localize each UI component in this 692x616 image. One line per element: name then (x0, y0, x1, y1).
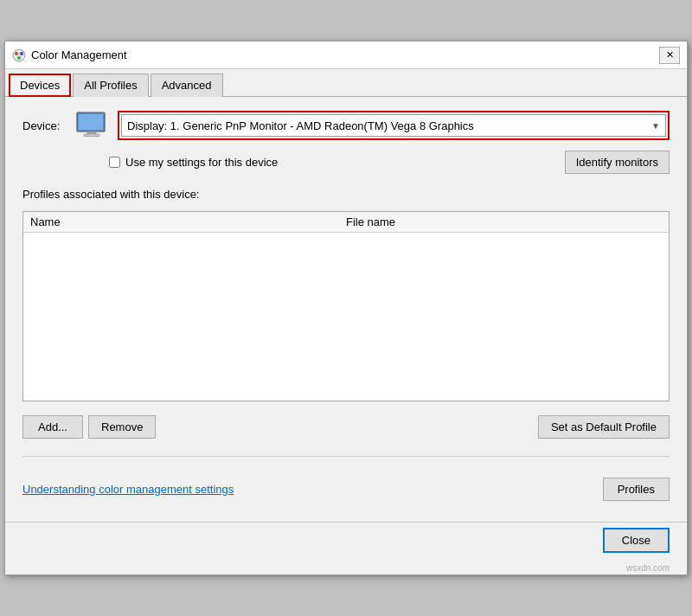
watermark: wsxdn.com (5, 561, 687, 574)
svg-rect-5 (79, 114, 103, 130)
main-window: Color Management ✕ Devices All Profiles … (4, 41, 688, 575)
footer-row: Understanding color management settings … (22, 474, 670, 508)
profiles-table: Name File name (22, 211, 670, 401)
close-window-button[interactable]: ✕ (659, 47, 680, 64)
dropdown-arrow-icon: ▼ (651, 121, 660, 131)
device-label: Device: (22, 119, 66, 132)
device-row: Device: Display: 1. Generic PnP Monitor … (22, 111, 670, 140)
tab-content: Device: Display: 1. Generic PnP Monitor … (5, 97, 687, 522)
svg-point-3 (17, 56, 21, 60)
profiles-associated-label: Profiles associated with this device: (22, 188, 670, 201)
identify-monitors-button[interactable]: Identify monitors (565, 151, 670, 174)
remove-button[interactable]: Remove (88, 415, 156, 439)
add-button[interactable]: Add... (22, 415, 83, 439)
monitor-icon (74, 112, 109, 139)
tab-advanced[interactable]: Advanced (151, 74, 223, 97)
table-header: Name File name (23, 212, 669, 233)
checkbox-left: Use my settings for this device (109, 156, 278, 169)
understanding-link[interactable]: Understanding color management settings (22, 483, 234, 496)
set-default-button[interactable]: Set as Default Profile (538, 415, 670, 439)
svg-rect-6 (87, 132, 96, 134)
separator (22, 456, 670, 457)
col-name-header: Name (30, 215, 346, 228)
tab-devices[interactable]: Devices (9, 74, 71, 97)
title-bar: Color Management ✕ (5, 42, 687, 69)
close-button[interactable]: Close (603, 528, 670, 553)
device-select-value: Display: 1. Generic PnP Monitor - AMD Ra… (127, 119, 474, 132)
profiles-button[interactable]: Profiles (603, 478, 670, 501)
svg-point-2 (20, 52, 23, 55)
svg-rect-7 (84, 134, 99, 137)
tab-all-profiles[interactable]: All Profiles (73, 74, 148, 97)
svg-point-1 (15, 52, 18, 55)
app-icon (12, 48, 26, 62)
table-body (23, 233, 669, 388)
close-row: Close (5, 522, 687, 561)
checkbox-row: Use my settings for this device Identify… (22, 151, 670, 174)
use-settings-label: Use my settings for this device (125, 156, 278, 169)
bottom-buttons-left: Add... Remove (22, 415, 156, 439)
col-filename-header: File name (346, 215, 662, 228)
device-select-wrapper: Display: 1. Generic PnP Monitor - AMD Ra… (118, 111, 670, 140)
title-bar-left: Color Management (12, 48, 127, 62)
use-settings-checkbox[interactable] (109, 157, 120, 168)
device-select[interactable]: Display: 1. Generic PnP Monitor - AMD Ra… (121, 114, 666, 137)
bottom-buttons: Add... Remove Set as Default Profile (22, 415, 670, 439)
tabs-bar: Devices All Profiles Advanced (5, 69, 687, 97)
window-title: Color Management (31, 48, 127, 61)
